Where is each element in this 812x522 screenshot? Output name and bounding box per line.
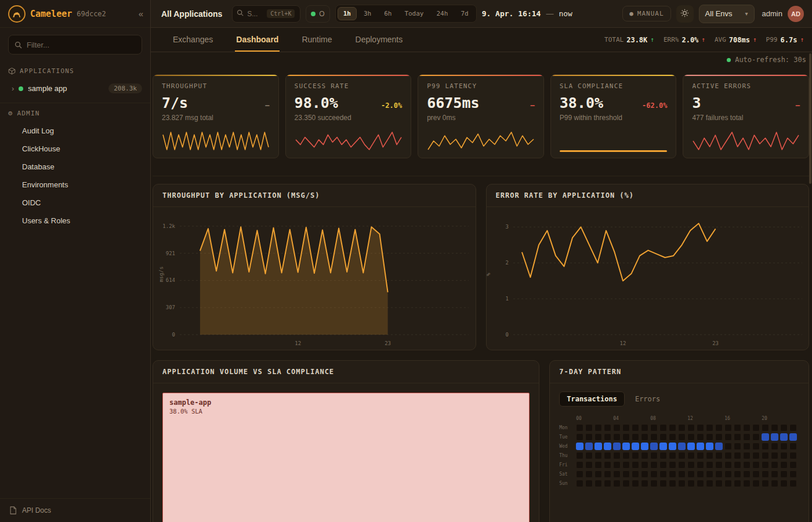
panel-application-volume-vs-sla: APPLICATION VOLUME VS SLA COMPLIANCE sam… xyxy=(153,360,539,522)
svg-text:307: 307 xyxy=(166,304,175,310)
range-button-6h[interactable]: 6h xyxy=(378,7,397,20)
app-name: Cameleer xyxy=(30,9,72,19)
heatmap-cell xyxy=(687,480,695,487)
range-button-today[interactable]: Today xyxy=(398,7,429,20)
cameleer-logo-icon xyxy=(8,5,26,23)
kpi-value: 38.0% xyxy=(560,95,603,111)
sidebar-item-sample-app[interactable]: › sample app 208.3k xyxy=(0,79,150,99)
gear-icon: ⚙ xyxy=(8,109,13,117)
range-button-1h[interactable]: 1h xyxy=(338,7,357,20)
treemap-node-sla: 38.0% SLA xyxy=(169,408,523,415)
sidebar: Cameleer 69dcce2 « APPLICATIONS › sample… xyxy=(0,0,151,522)
sidebar-item-environments[interactable]: Environments xyxy=(0,176,150,194)
heatmap-hour-label xyxy=(659,415,667,422)
heatmap-cell xyxy=(604,433,611,441)
heatmap-cell xyxy=(771,461,778,469)
heatmap-cell xyxy=(724,470,732,478)
env-select[interactable]: All Envs ▾ xyxy=(699,5,755,23)
global-search[interactable]: Ctrl+K xyxy=(232,5,300,23)
heatmap-hour-label: 20 xyxy=(762,415,769,422)
range-button-7d[interactable]: 7d xyxy=(455,7,474,20)
heatmap-cell xyxy=(622,480,630,487)
now-label[interactable]: now xyxy=(559,9,572,18)
heatmap-cell xyxy=(613,452,621,459)
heatmap-cell xyxy=(622,424,630,432)
manual-refresh-button[interactable]: ● MANUAL xyxy=(622,6,670,21)
heatmap-cell xyxy=(697,470,704,478)
heatmap-cell xyxy=(632,480,639,487)
heatmap-day-label: Sun xyxy=(559,480,574,487)
range-button-24h[interactable]: 24h xyxy=(431,7,454,20)
heatmap-tab-transactions[interactable]: Transactions xyxy=(559,392,625,407)
heatmap-cell xyxy=(743,443,751,450)
filter-input[interactable] xyxy=(27,41,136,49)
kpi-sparkline xyxy=(295,130,403,152)
heatmap-cell xyxy=(604,443,611,450)
sidebar-filter[interactable] xyxy=(8,35,142,55)
panel-title: 7-DAY PATTERN xyxy=(550,361,809,383)
time-range-group: 1h3h6hToday24h7d xyxy=(335,5,477,23)
heatmap-cell xyxy=(697,433,704,441)
heatmap-cell xyxy=(576,424,583,432)
sidebar-item-api-docs[interactable]: API Docs xyxy=(0,498,150,522)
heatmap-tabs: TransactionsErrors xyxy=(559,392,799,407)
heatmap-cell xyxy=(734,443,741,450)
heatmap-cell xyxy=(669,443,676,450)
svg-text:3: 3 xyxy=(505,224,508,230)
sidebar-item-clickhouse[interactable]: ClickHouse xyxy=(0,140,150,158)
live-status-toggle[interactable]: O xyxy=(306,5,329,23)
sidebar-item-database[interactable]: Database xyxy=(0,158,150,176)
heatmap-cell xyxy=(697,480,704,487)
heatmap-cell xyxy=(669,480,676,487)
sidebar-collapse-icon[interactable]: « xyxy=(139,9,143,19)
stat-err: ERR%2.0%↑ xyxy=(664,36,705,44)
avatar[interactable]: AD xyxy=(788,6,804,22)
sidebar-item-audit-log[interactable]: Audit Log xyxy=(0,122,150,140)
admin-items-list: Audit LogClickHouseDatabaseEnvironmentsO… xyxy=(0,122,150,230)
heatmap-cell xyxy=(678,480,686,487)
sidebar-item-users-roles[interactable]: Users & Roles xyxy=(0,212,150,230)
scrollbar-thumb[interactable] xyxy=(809,53,811,184)
applications-icon xyxy=(8,67,16,75)
bottom-row: APPLICATION VOLUME VS SLA COMPLIANCE sam… xyxy=(153,360,809,522)
datetime-label[interactable]: 9. Apr. 16:14 xyxy=(482,9,541,18)
heatmap-cell xyxy=(594,470,602,478)
search-input[interactable] xyxy=(247,10,263,18)
heatmap-cell xyxy=(659,443,667,450)
svg-text:614: 614 xyxy=(166,277,175,283)
heatmap-cell xyxy=(752,461,760,469)
heatmap-cell xyxy=(762,470,769,478)
heatmap-cell xyxy=(706,461,713,469)
heatmap-cell xyxy=(706,443,713,450)
theme-toggle-button[interactable] xyxy=(676,5,694,23)
topbar: All Applications Ctrl+K O 1h3h6hToday24h… xyxy=(151,0,812,28)
heatmap-tab-errors[interactable]: Errors xyxy=(628,392,667,407)
heatmap-hour-label xyxy=(669,415,676,422)
trend-arrow-icon: ↑ xyxy=(800,36,804,44)
heatmap-cell xyxy=(613,461,621,469)
tab-deployments[interactable]: Deployments xyxy=(354,28,404,52)
kpi-value: 3 xyxy=(692,95,701,111)
stat-label: P99 xyxy=(766,36,778,44)
heatmap-day-label: Mon xyxy=(559,424,574,432)
tab-exchanges[interactable]: Exchanges xyxy=(172,28,214,52)
treemap-node-sample-app[interactable]: sample-app 38.0% SLA xyxy=(162,393,530,522)
heatmap-cell xyxy=(780,424,788,432)
heatmap-cell xyxy=(678,424,686,432)
range-button-3h[interactable]: 3h xyxy=(358,7,377,20)
kpi-value-row: 3— xyxy=(692,95,800,111)
heatmap-cell xyxy=(585,443,593,450)
heatmap-cell xyxy=(641,424,648,432)
heatmap-cell xyxy=(697,461,704,469)
kpi-title: SUCCESS RATE xyxy=(295,82,403,90)
app-count-badge: 208.3k xyxy=(108,84,142,93)
heatmap-cell xyxy=(697,443,704,450)
heatmap-cell xyxy=(613,480,621,487)
app-item-label: sample app xyxy=(28,84,67,93)
sidebar-item-oidc[interactable]: OIDC xyxy=(0,194,150,212)
tab-dashboard[interactable]: Dashboard xyxy=(235,28,280,52)
svg-text:23: 23 xyxy=(385,340,391,346)
stat-value: 6.7s xyxy=(780,36,797,44)
heatmap-hour-label xyxy=(734,415,741,422)
tab-runtime[interactable]: Runtime xyxy=(300,28,333,52)
